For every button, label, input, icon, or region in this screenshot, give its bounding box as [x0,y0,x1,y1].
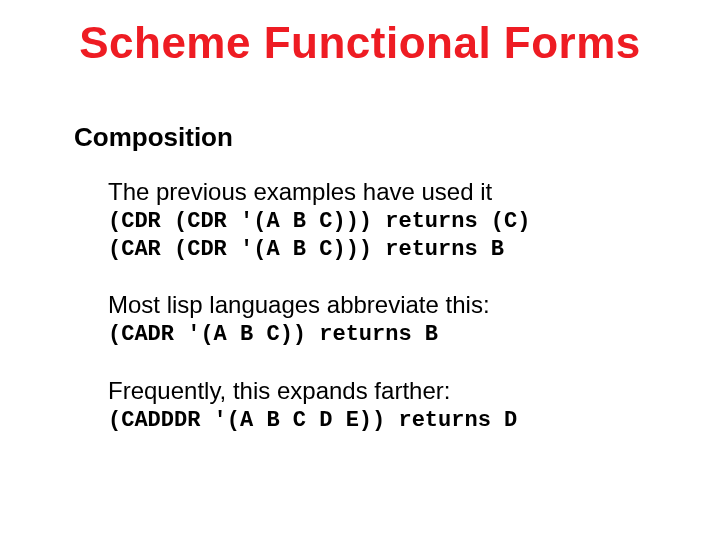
slide: Scheme Functional Forms Composition The … [0,0,720,540]
block-2-lead: Most lisp languages abbreviate this: [108,291,660,319]
block-1-lead: The previous examples have used it [108,178,660,206]
block-1: The previous examples have used it (CDR … [108,178,660,263]
slide-title: Scheme Functional Forms [0,18,720,68]
code-line: (CADDDR '(A B C D E)) returns D [108,407,660,435]
spacer [108,349,660,377]
code-line: (CAR (CDR '(A B C))) returns B [108,236,660,264]
block-3-lead: Frequently, this expands farther: [108,377,660,405]
slide-body: The previous examples have used it (CDR … [108,178,660,434]
block-2: Most lisp languages abbreviate this: (CA… [108,291,660,349]
block-3: Frequently, this expands farther: (CADDD… [108,377,660,435]
spacer [108,263,660,291]
code-line: (CDR (CDR '(A B C))) returns (C) [108,208,660,236]
code-line: (CADR '(A B C)) returns B [108,321,660,349]
section-heading: Composition [74,122,233,153]
